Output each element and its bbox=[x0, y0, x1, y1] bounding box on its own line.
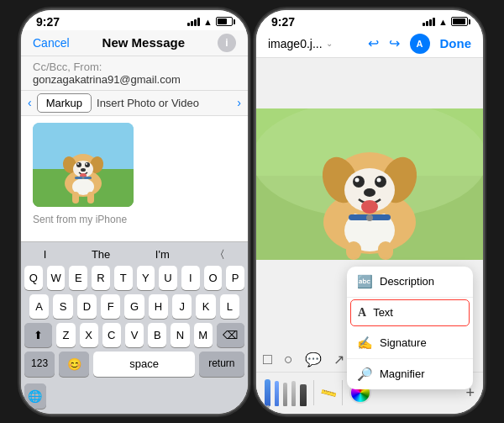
undo-button[interactable]: ↩ bbox=[368, 35, 379, 51]
keyboard-row-3: ⬆ Z X C V B N M ⌫ bbox=[21, 323, 248, 347]
key-h[interactable]: H bbox=[149, 294, 168, 319]
key-x[interactable]: X bbox=[80, 323, 98, 347]
cc-label: Cc/Bcc, From: bbox=[33, 61, 102, 73]
right-battery-icon bbox=[451, 17, 468, 26]
sent-from-text: Sent from my iPhone bbox=[21, 210, 248, 229]
key-q[interactable]: Q bbox=[24, 266, 43, 290]
cancel-button[interactable]: Cancel bbox=[33, 36, 70, 50]
gray-pencil-tool[interactable] bbox=[291, 381, 296, 406]
filename-chevron[interactable]: ⌄ bbox=[326, 39, 333, 48]
shape-tools-row: □ ○ 💬 ↗ bbox=[263, 351, 344, 368]
text-label: Text bbox=[373, 306, 393, 319]
key-o[interactable]: O bbox=[204, 266, 223, 290]
key-z[interactable]: Z bbox=[56, 323, 75, 347]
gray-pen-tool[interactable] bbox=[283, 383, 287, 406]
key-numbers[interactable]: 123 bbox=[24, 352, 55, 377]
menu-item-magnifier[interactable]: 🔎 Magnifier bbox=[347, 359, 473, 389]
svg-point-32 bbox=[361, 200, 378, 214]
key-d[interactable]: D bbox=[77, 294, 97, 319]
svg-point-11 bbox=[86, 163, 87, 165]
markup-dog-image[interactable] bbox=[256, 108, 483, 260]
keyboard: Q W E R T Y U I O P A S D F G H bbox=[21, 266, 248, 414]
compose-toolbar: ‹ Markup Insert Photo or Video › bbox=[21, 91, 248, 116]
markup-button[interactable]: Markup bbox=[37, 93, 92, 113]
tools-divider-2 bbox=[342, 380, 343, 405]
menu-item-description[interactable]: 🔤 Description bbox=[347, 267, 473, 298]
key-return[interactable]: return bbox=[199, 352, 244, 377]
left-status-icons: ▲ bbox=[187, 17, 233, 27]
dark-marker-tool[interactable] bbox=[300, 384, 307, 406]
keyboard-row-4: 123 😊 space return bbox=[21, 352, 248, 383]
key-m[interactable]: M bbox=[194, 323, 213, 347]
right-status-bar: 9:27 ▲ bbox=[256, 10, 483, 30]
compose-body: Sent from my iPhone bbox=[21, 116, 248, 241]
wifi-icon: ▲ bbox=[203, 17, 213, 27]
magnifier-icon: 🔎 bbox=[357, 367, 373, 382]
svg-point-34 bbox=[366, 214, 373, 221]
key-p[interactable]: P bbox=[226, 266, 244, 290]
key-c[interactable]: C bbox=[102, 323, 121, 347]
key-e[interactable]: E bbox=[69, 266, 87, 290]
key-w[interactable]: W bbox=[47, 266, 66, 290]
key-j[interactable]: J bbox=[172, 294, 192, 319]
user-avatar: A bbox=[410, 34, 430, 54]
key-space[interactable]: space bbox=[93, 352, 194, 377]
key-b[interactable]: B bbox=[148, 323, 166, 347]
signature-icon: ✍️ bbox=[357, 336, 373, 351]
key-u[interactable]: U bbox=[159, 266, 177, 290]
circle-shape-tool[interactable]: ○ bbox=[284, 351, 293, 368]
key-l[interactable]: L bbox=[220, 294, 239, 319]
key-f[interactable]: F bbox=[101, 294, 120, 319]
key-s[interactable]: S bbox=[53, 294, 72, 319]
markup-action-buttons: ↩ ↪ A Done bbox=[368, 34, 472, 54]
svg-point-27 bbox=[353, 176, 365, 188]
arrow-tool[interactable]: ↗ bbox=[333, 352, 344, 367]
cc-field[interactable]: Cc/Bcc, From: gonzagakatrina91@gmail.com bbox=[21, 56, 248, 91]
key-n[interactable]: N bbox=[171, 323, 189, 347]
toolbar-right-arrow[interactable]: › bbox=[237, 96, 241, 109]
ruler-tool[interactable]: 📏 bbox=[318, 383, 338, 402]
redo-button[interactable]: ↪ bbox=[389, 35, 400, 51]
key-delete[interactable]: ⌫ bbox=[217, 323, 244, 347]
svg-point-29 bbox=[355, 177, 360, 182]
svg-point-28 bbox=[375, 176, 386, 188]
insert-photo-button[interactable]: Insert Photo or Video bbox=[97, 97, 199, 109]
autocorrect-close[interactable]: 〈 bbox=[214, 247, 225, 262]
key-a[interactable]: A bbox=[29, 294, 49, 319]
blue-pen-tool[interactable] bbox=[275, 381, 279, 406]
speech-bubble-tool[interactable]: 💬 bbox=[305, 352, 322, 367]
pen-tools bbox=[265, 379, 307, 406]
key-emoji[interactable]: 😊 bbox=[59, 352, 89, 377]
key-v[interactable]: V bbox=[125, 323, 144, 347]
attached-image-left[interactable] bbox=[33, 123, 134, 207]
filename-area: image0.j... ⌄ bbox=[268, 37, 333, 50]
autocorrect-im[interactable]: I'm bbox=[155, 248, 170, 261]
dog-image-svg bbox=[33, 123, 134, 207]
svg-point-8 bbox=[76, 162, 81, 167]
menu-item-text[interactable]: A Text bbox=[350, 299, 470, 326]
key-r[interactable]: R bbox=[92, 266, 110, 290]
rectangle-shape-tool[interactable]: □ bbox=[263, 351, 272, 368]
key-t[interactable]: T bbox=[114, 266, 133, 290]
blue-marker-tool[interactable] bbox=[265, 379, 270, 406]
key-y[interactable]: Y bbox=[137, 266, 155, 290]
right-status-icons: ▲ bbox=[423, 17, 468, 27]
done-button[interactable]: Done bbox=[440, 36, 472, 50]
svg-rect-35 bbox=[346, 241, 361, 260]
key-k[interactable]: K bbox=[196, 294, 215, 319]
svg-rect-36 bbox=[378, 241, 393, 260]
tools-divider bbox=[313, 380, 314, 405]
text-icon: A bbox=[358, 306, 366, 320]
key-shift[interactable]: ⬆ bbox=[24, 323, 52, 347]
keyboard-row-2: A S D F G H J K L bbox=[21, 294, 248, 319]
autocorrect-the[interactable]: The bbox=[92, 248, 110, 261]
keyboard-globe-row: 🌐 bbox=[21, 383, 248, 414]
left-status-bar: 9:27 ▲ bbox=[21, 10, 248, 30]
key-globe[interactable]: 🌐 bbox=[24, 383, 46, 409]
info-button[interactable]: i bbox=[218, 34, 236, 52]
key-g[interactable]: G bbox=[124, 294, 144, 319]
toolbar-left-arrow[interactable]: ‹ bbox=[28, 96, 32, 109]
key-i[interactable]: I bbox=[181, 266, 200, 290]
autocorrect-i[interactable]: I bbox=[44, 248, 47, 261]
menu-item-signature[interactable]: ✍️ Signature bbox=[347, 328, 473, 359]
